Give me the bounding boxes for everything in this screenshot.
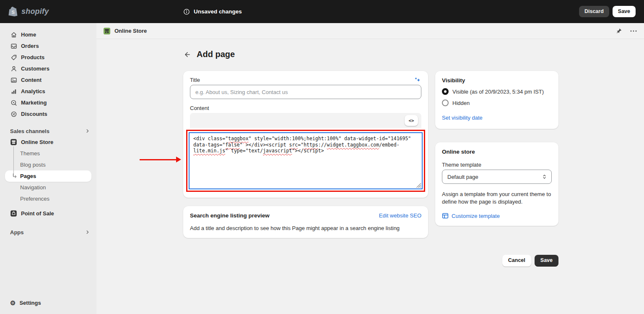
bar-chart-icon <box>10 88 17 95</box>
theme-template-select[interactable]: Default page <box>442 170 552 184</box>
seo-card-header: Search engine listing preview Edit websi… <box>190 212 421 219</box>
red-annotation-arrow <box>140 157 181 163</box>
sidebar-subitem-blog-posts[interactable]: Blog posts <box>0 159 96 170</box>
sidebar-item-orders[interactable]: Orders <box>0 40 96 52</box>
theme-template-label: Theme template <box>442 162 552 168</box>
apps-header[interactable]: Apps <box>0 227 96 238</box>
topbar-save-button[interactable]: Save <box>613 6 636 18</box>
radio-label: Visible (as of 20/9/2023, 5:34 pm IST) <box>452 89 544 95</box>
sidebar-item-home[interactable]: Home <box>0 29 96 40</box>
content-code[interactable]: <div class="taggbox" style="width:100%;h… <box>189 132 423 189</box>
page-heading: Add page <box>183 50 235 59</box>
online-store-card: Online store Theme template Default page… <box>435 142 558 226</box>
info-icon <box>183 8 190 15</box>
chevron-right-icon <box>85 128 91 134</box>
orders-icon <box>10 42 17 50</box>
title-input[interactable] <box>190 85 421 99</box>
page-form-card: Title Content <> <div class="taggbox" st… <box>183 71 428 198</box>
visibility-option-hidden[interactable]: Hidden <box>442 99 552 106</box>
sidebar-item-label: Customers <box>21 65 49 72</box>
cancel-button[interactable]: Cancel <box>502 255 531 267</box>
select-value: Default page <box>447 174 478 180</box>
sidebar-item-marketing[interactable]: Marketing <box>0 97 96 108</box>
subitem-label: Themes <box>20 150 40 157</box>
ai-sparkle-icon[interactable] <box>414 77 421 84</box>
breadcrumb-label: Online Store <box>114 28 147 34</box>
online-store-green-icon <box>103 27 111 35</box>
seo-card-description: Add a title and description to see how t… <box>190 225 421 231</box>
sidebar-item-discounts[interactable]: Discounts <box>0 108 96 120</box>
shopify-wordmark: shopify <box>21 7 49 16</box>
subitem-label: Navigation <box>20 184 46 191</box>
edit-website-seo-link[interactable]: Edit website SEO <box>379 212 421 219</box>
sidebar-item-label: Settings <box>19 300 41 306</box>
arrow-shaft <box>140 159 177 160</box>
save-button[interactable]: Save <box>535 255 558 267</box>
subitem-label: Blog posts <box>20 162 46 168</box>
shopify-logo[interactable]: S shopify <box>0 6 49 17</box>
title-field-row: Title <box>190 77 421 85</box>
sidebar-item-label: Orders <box>21 43 39 49</box>
topbar: S shopify Unsaved changes Discard Save <box>0 0 644 23</box>
show-html-button[interactable]: <> <box>405 115 418 126</box>
point-of-sale-icon <box>10 210 17 217</box>
sidebar-item-label: Marketing <box>21 99 47 106</box>
discard-button[interactable]: Discard <box>579 6 609 18</box>
sidebar-item-point-of-sale[interactable]: Point of Sale <box>0 208 96 219</box>
subitem-label: Preferences <box>20 196 49 202</box>
set-visibility-date-link[interactable]: Set visibility date <box>442 115 483 121</box>
sidebar-item-label: Point of Sale <box>21 210 54 217</box>
sidebar-item-content[interactable]: Content <box>0 74 96 86</box>
content-label: Content <box>190 105 421 111</box>
customize-template-label[interactable]: Customize template <box>452 213 500 219</box>
theme-window-icon <box>442 212 449 219</box>
visibility-card: Visibility Visible (as of 20/9/2023, 5:3… <box>435 71 558 129</box>
sidebar-item-customers[interactable]: Customers <box>0 63 96 74</box>
red-highlight-box: <div class="taggbox" style="width:100%;h… <box>186 130 425 192</box>
sidebar-nav: Home Orders Products Customers Content A… <box>0 23 96 297</box>
template-helper-text: Assign a template from your current them… <box>442 191 552 206</box>
image-icon <box>10 76 17 84</box>
back-arrow-icon[interactable] <box>183 51 191 58</box>
breadcrumb[interactable]: Online Store <box>103 27 147 35</box>
sidebar-item-label: Content <box>21 77 42 83</box>
sidebar-item-settings[interactable]: ⚙ Settings <box>0 297 96 309</box>
sidebar-subitem-themes[interactable]: Themes <box>0 148 96 159</box>
discount-icon <box>10 110 17 118</box>
radio-dot[interactable] <box>442 99 449 106</box>
home-icon <box>10 31 17 38</box>
online-store-icon <box>10 139 17 146</box>
visibility-option-visible[interactable]: Visible (as of 20/9/2023, 5:34 pm IST) <box>442 88 552 95</box>
svg-text:S: S <box>12 9 15 14</box>
status-text: Unsaved changes <box>194 8 242 15</box>
radio-dot[interactable] <box>442 88 449 95</box>
more-options-icon[interactable] <box>630 28 637 34</box>
tag-icon <box>10 54 17 61</box>
editor-toolbar: <> <box>190 113 421 128</box>
resize-handle[interactable] <box>416 183 421 188</box>
sidebar-item-label: Analytics <box>21 88 45 94</box>
footer-actions: Cancel Save <box>502 255 558 267</box>
sidebar-item-online-store[interactable]: Online Store <box>0 136 96 148</box>
sidebar-subitem-preferences[interactable]: Preferences <box>0 193 96 204</box>
target-icon <box>10 99 17 106</box>
sidebar-item-label: Discounts <box>21 111 47 117</box>
sales-channels-header[interactable]: Sales channels <box>0 126 96 136</box>
context-bar: Online Store <box>96 23 644 39</box>
chevron-right-icon <box>85 229 91 235</box>
pin-icon[interactable] <box>616 28 622 34</box>
shopify-bag-icon: S <box>8 6 18 17</box>
customize-template-link[interactable]: Customize template <box>442 212 552 219</box>
seo-card: Search engine listing preview Edit websi… <box>183 206 428 238</box>
visibility-card-title: Visibility <box>442 77 552 84</box>
sidebar-item-products[interactable]: Products <box>0 52 96 63</box>
sidebar-item-analytics[interactable]: Analytics <box>0 86 96 97</box>
seo-card-title: Search engine listing preview <box>190 212 270 219</box>
sidebar-subitem-pages-active[interactable]: Pages <box>5 170 91 182</box>
sidebar-subitem-navigation[interactable]: Navigation <box>0 182 96 193</box>
turn-down-right-arrow-icon <box>12 173 18 179</box>
sidebar-item-label: Home <box>21 31 36 38</box>
page-title: Add page <box>197 50 235 59</box>
subitem-label: Pages <box>20 173 36 179</box>
gear-icon: ⚙ <box>10 300 16 306</box>
